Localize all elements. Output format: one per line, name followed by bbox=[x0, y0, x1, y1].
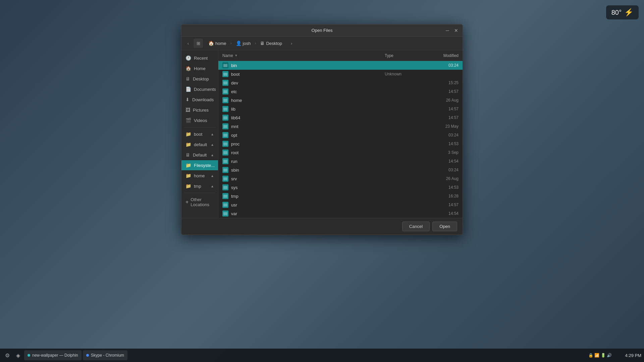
file-row[interactable]: etc 14:57 bbox=[218, 87, 463, 96]
breadcrumb-home[interactable]: 🏠 home bbox=[206, 40, 229, 47]
folder-icon bbox=[222, 80, 228, 86]
file-name: run bbox=[231, 159, 385, 164]
file-row[interactable]: proc 14:53 bbox=[218, 139, 463, 148]
file-name: proc bbox=[231, 141, 385, 146]
taskbar-icon-settings[interactable]: ⚙ bbox=[3, 351, 12, 360]
sidebar-item-boot[interactable]: 📁 boot ▲ bbox=[181, 129, 218, 139]
minimize-button[interactable]: ─ bbox=[444, 27, 451, 34]
breadcrumb-home-label: home bbox=[215, 41, 226, 46]
title-bar-controls: ─ ✕ bbox=[444, 27, 460, 34]
pictures-icon: 🖼 bbox=[185, 107, 190, 113]
file-row[interactable]: dev 15:25 bbox=[218, 78, 463, 87]
sidebar-label-default2: Default bbox=[193, 153, 207, 158]
sidebar-item-other-locations[interactable]: + Other Locations bbox=[181, 195, 218, 209]
dolphin-label: new-wallpaper — Dolphin bbox=[32, 353, 78, 358]
breadcrumb-josh[interactable]: 👤 josh bbox=[233, 40, 254, 47]
nav-back-button[interactable]: ‹ bbox=[184, 39, 192, 47]
sidebar-label-desktop: Desktop bbox=[193, 76, 209, 81]
sidebar-label-recent: Recent bbox=[194, 56, 208, 61]
open-button[interactable]: Open bbox=[432, 222, 457, 231]
nav-forward-button[interactable]: › bbox=[287, 39, 296, 47]
folder-icon bbox=[222, 132, 228, 138]
sidebar-label-filesystem: Filesyste... bbox=[194, 163, 215, 168]
file-name: lib bbox=[231, 107, 385, 112]
file-row[interactable]: usr 14:57 bbox=[218, 200, 463, 209]
folder-icon bbox=[222, 210, 228, 217]
file-modified: 3 Sep bbox=[425, 150, 459, 155]
sidebar-item-home2[interactable]: 📁 home ▲ bbox=[181, 171, 218, 181]
close-button[interactable]: ✕ bbox=[452, 27, 460, 34]
sidebar-item-documents[interactable]: 📄 Documents bbox=[181, 84, 218, 94]
file-modified: 23 May bbox=[425, 124, 459, 129]
taskbar-icon-activities[interactable]: ◈ bbox=[13, 351, 23, 360]
file-modified: 26 Aug bbox=[425, 98, 459, 103]
sidebar-divider-1 bbox=[184, 127, 215, 127]
breadcrumb-josh-label: josh bbox=[243, 41, 251, 46]
sidebar-item-downloads[interactable]: ⬇ Downloads bbox=[181, 95, 218, 105]
weather-widget: 80° ⚡ bbox=[606, 5, 639, 19]
folder-icon bbox=[222, 202, 228, 208]
file-modified: 15:25 bbox=[425, 80, 459, 85]
file-row[interactable]: root 3 Sep bbox=[218, 148, 463, 157]
taskbar: ⚙ ◈ new-wallpaper — Dolphin Skype - Chro… bbox=[0, 349, 644, 362]
taskbar-dolphin[interactable]: new-wallpaper — Dolphin bbox=[24, 350, 82, 360]
sidebar-item-home[interactable]: 🏠 Home bbox=[181, 63, 218, 73]
folder-icon bbox=[222, 176, 228, 182]
file-row[interactable]: home 26 Aug bbox=[218, 96, 463, 105]
file-modified: 03:24 bbox=[425, 63, 459, 68]
bc-sep-2: › bbox=[255, 41, 256, 46]
file-modified: 14:53 bbox=[425, 141, 459, 146]
col-header-modified[interactable]: Modified bbox=[425, 51, 459, 60]
file-row[interactable]: sbin 03:24 bbox=[218, 166, 463, 174]
sidebar-item-recent[interactable]: 🕐 Recent bbox=[181, 53, 218, 63]
desktop-icon: 🖥 bbox=[185, 76, 190, 81]
file-row[interactable]: opt 03:24 bbox=[218, 131, 463, 139]
file-list: bin 03:24 boot Unknown dev 15:25 etc 14:… bbox=[218, 61, 463, 218]
col-modified-label: Modified bbox=[443, 53, 459, 58]
sidebar-item-tmp[interactable]: 📁 tmp ▲ bbox=[181, 181, 218, 191]
col-header-type[interactable]: Type bbox=[385, 51, 425, 60]
default-arrow-icon: ▲ bbox=[211, 143, 214, 146]
file-row[interactable]: sys 14:53 bbox=[218, 183, 463, 192]
downloads-icon: ⬇ bbox=[185, 97, 190, 102]
file-row[interactable]: run 14:54 bbox=[218, 157, 463, 166]
dialog-title: Open Files bbox=[312, 28, 333, 33]
file-name: var bbox=[231, 211, 385, 216]
sidebar-item-videos[interactable]: 🎬 Videos bbox=[181, 115, 218, 125]
folder-icon bbox=[222, 62, 228, 68]
file-modified: 14:57 bbox=[425, 115, 459, 120]
file-row[interactable]: boot Unknown bbox=[218, 70, 463, 78]
file-row[interactable]: lib64 14:57 bbox=[218, 113, 463, 122]
videos-icon: 🎬 bbox=[185, 118, 191, 123]
sidebar-item-default[interactable]: 📁 default ▲ bbox=[181, 139, 218, 149]
breadcrumb-desktop-label: Desktop bbox=[266, 41, 282, 46]
boot-arrow-icon: ▲ bbox=[211, 132, 214, 136]
sidebar-label-pictures: Pictures bbox=[193, 108, 209, 113]
weather-icon: ⚡ bbox=[624, 8, 633, 17]
view-toggle-button[interactable]: ⊞ bbox=[194, 39, 203, 48]
file-row[interactable]: mnt 23 May bbox=[218, 122, 463, 131]
dialog-footer: Cancel Open bbox=[181, 218, 463, 235]
breadcrumb-desktop[interactable]: 🖥 Desktop bbox=[257, 40, 285, 47]
file-row[interactable]: bin 03:24 bbox=[218, 61, 463, 70]
folder-icon bbox=[222, 97, 228, 103]
sidebar-item-filesystem[interactable]: 📁 Filesyste... ▲ bbox=[181, 160, 218, 170]
taskbar-chromium[interactable]: Skype - Chromium bbox=[83, 350, 127, 360]
sidebar-item-default2[interactable]: 🖥 Default ▲ bbox=[181, 150, 218, 160]
dolphin-indicator bbox=[28, 354, 30, 357]
file-row[interactable]: var 14:54 bbox=[218, 209, 463, 218]
sidebar-item-desktop[interactable]: 🖥 Desktop bbox=[181, 74, 218, 84]
file-row[interactable]: tmp 16:28 bbox=[218, 192, 463, 200]
file-list-container: Name ▼ Type Modified bin 03:24 bo bbox=[218, 50, 463, 218]
chromium-label: Skype - Chromium bbox=[91, 353, 124, 358]
desktop-bc-icon: 🖥 bbox=[260, 41, 265, 46]
file-row[interactable]: srv 26 Aug bbox=[218, 174, 463, 183]
sidebar-item-pictures[interactable]: 🖼 Pictures bbox=[181, 105, 218, 115]
file-name: root bbox=[231, 150, 385, 155]
folder-icon bbox=[222, 167, 228, 173]
file-modified: 26 Aug bbox=[425, 176, 459, 181]
col-header-name[interactable]: Name ▼ bbox=[222, 51, 385, 60]
file-row[interactable]: lib 14:57 bbox=[218, 105, 463, 113]
folder-icon bbox=[222, 123, 228, 129]
cancel-button[interactable]: Cancel bbox=[402, 222, 430, 231]
